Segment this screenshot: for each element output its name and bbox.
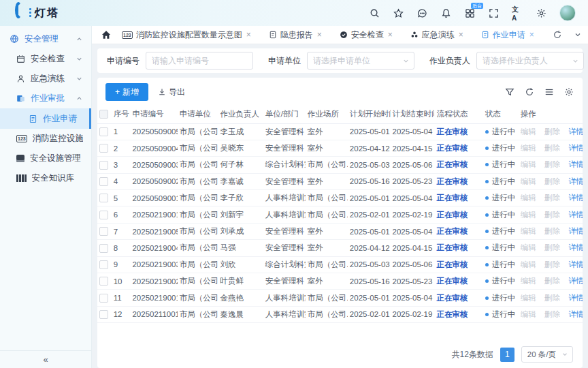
detail-link[interactable]: 详情 [568, 211, 583, 219]
request-id-input[interactable] [146, 52, 253, 70]
edit-link[interactable]: 编辑 [521, 260, 536, 269]
tab-safety-check[interactable]: 安全检查 × [340, 29, 393, 41]
table-row[interactable]: 12 20250211001 市局（公司... 秦逸晨 人事科培训室 市局（公司… [97, 306, 583, 322]
home-icon[interactable] [101, 30, 111, 40]
row-checkbox[interactable] [99, 227, 108, 236]
sidebar-item-fire-monitor-config[interactable]: 123 消防监控设施配置... [0, 129, 91, 149]
table-row[interactable]: 2 20250509004 市局（公司... 吴晓东 安全管理科 室外 2025… [97, 140, 583, 156]
row-checkbox[interactable] [99, 161, 108, 170]
edit-link[interactable]: 编辑 [521, 294, 536, 302]
close-icon[interactable]: × [459, 30, 463, 40]
table-row[interactable]: 8 20250219004 市局（公司... 马强 安全管理科 室外 2025-… [97, 240, 583, 256]
row-checkbox[interactable] [99, 310, 108, 319]
table-row[interactable]: 11 20250219001 市局（公司... 金燕艳 人事科培训室 市局（公司… [97, 290, 583, 306]
refresh-icon[interactable] [524, 87, 535, 97]
close-icon[interactable]: × [246, 30, 251, 40]
edit-link[interactable]: 编辑 [521, 144, 536, 152]
table-row[interactable]: 3 20250509003 市局（公司... 何子林 综合计划科室 市局（公司.… [97, 157, 583, 173]
table-row[interactable]: 10 20250219002 市局（公司... 叶贵鲜 安全管理科 室外 202… [97, 273, 583, 290]
delete-link[interactable]: 删除 [544, 160, 560, 168]
table-row[interactable]: 9 20250219003 市局（公司... 刘欣 综合计划科室 市局（公司..… [97, 256, 583, 273]
sidebar-collapse-button[interactable]: « [0, 350, 91, 368]
export-button[interactable]: 导出 [158, 87, 185, 98]
detail-link[interactable]: 详情 [568, 177, 583, 185]
request-unit-select[interactable]: 请选择申请单位 [307, 52, 414, 70]
message-icon[interactable] [416, 7, 427, 18]
edit-link[interactable]: 编辑 [521, 160, 536, 168]
row-checkbox[interactable] [99, 277, 108, 286]
translate-icon[interactable]: 文A [512, 7, 523, 18]
detail-link[interactable]: 详情 [568, 227, 583, 235]
table-row[interactable]: 4 20250509002 市局（公司... 李嘉诚 安全管理科 室外 2025… [97, 173, 583, 189]
row-checkbox[interactable] [99, 127, 108, 136]
close-icon[interactable]: × [529, 30, 534, 40]
row-checkbox[interactable] [99, 211, 108, 219]
edit-link[interactable]: 编辑 [521, 177, 536, 185]
delete-link[interactable]: 删除 [544, 177, 560, 185]
sidebar-item-safety-check[interactable]: 安全检查 [0, 49, 91, 69]
delete-link[interactable]: 删除 [544, 260, 560, 269]
detail-link[interactable]: 详情 [568, 160, 583, 168]
sidebar-item-knowledge-base[interactable]: 安全知识库 [0, 168, 91, 188]
add-button[interactable]: +新增 [105, 83, 148, 101]
tab-emergency-drill[interactable]: 应急演练 × [410, 29, 463, 41]
fullscreen-icon[interactable] [488, 7, 499, 18]
tab-work-request[interactable]: 作业申请 × [481, 29, 534, 41]
edit-link[interactable]: 编辑 [521, 211, 536, 219]
apps-icon[interactable]: 后台 [464, 7, 475, 18]
delete-link[interactable]: 删除 [544, 194, 560, 202]
detail-link[interactable]: 详情 [568, 310, 583, 318]
delete-link[interactable]: 删除 [544, 310, 560, 318]
star-icon[interactable] [393, 7, 404, 18]
filter-icon[interactable] [504, 87, 515, 97]
row-checkbox[interactable] [99, 244, 108, 253]
detail-link[interactable]: 详情 [568, 277, 583, 285]
row-checkbox[interactable] [99, 194, 108, 202]
delete-link[interactable]: 删除 [544, 227, 560, 235]
detail-link[interactable]: 详情 [568, 294, 583, 302]
work-owner-select[interactable]: 请选择作业负责人 [476, 52, 584, 70]
detail-link[interactable]: 详情 [568, 127, 583, 136]
detail-link[interactable]: 详情 [568, 144, 583, 152]
detail-link[interactable]: 详情 [568, 194, 583, 202]
edit-link[interactable]: 编辑 [521, 127, 536, 136]
row-checkbox[interactable] [99, 144, 108, 153]
user-avatar[interactable] [559, 5, 576, 21]
gear-icon[interactable] [536, 7, 546, 18]
sidebar-item-work-approval[interactable]: 作业审批 [0, 89, 91, 108]
row-checkbox[interactable] [99, 260, 108, 269]
sidebar-item-emergency-drill[interactable]: 应急演练 [0, 69, 91, 89]
edit-link[interactable]: 编辑 [521, 277, 536, 285]
row-checkbox[interactable] [99, 177, 108, 186]
column-settings-icon[interactable] [564, 87, 574, 97]
page-size-select[interactable]: 20 条/页 [521, 346, 573, 363]
sidebar-group-safety-management[interactable]: 安全管理 [0, 29, 91, 49]
delete-link[interactable]: 删除 [544, 127, 560, 136]
tab-hazard-report[interactable]: 隐患报告 × [269, 29, 322, 41]
table-row[interactable]: 5 20250509001 市局（公司... 李子欣 人事科培训室 市局（公司.… [97, 190, 583, 206]
search-icon[interactable] [369, 7, 380, 18]
sidebar-item-work-request[interactable]: 作业申请 [0, 108, 91, 129]
edit-link[interactable]: 编辑 [521, 310, 536, 318]
delete-link[interactable]: 删除 [544, 211, 560, 219]
row-checkbox[interactable] [99, 294, 108, 303]
tab-fire-monitor-chart[interactable]: 123 消防监控设施配置数量示意图 × [122, 29, 251, 41]
delete-link[interactable]: 删除 [544, 277, 560, 285]
bell-icon[interactable] [440, 7, 451, 18]
sidebar-item-safety-facility[interactable]: 安全设施管理 [0, 149, 91, 168]
close-icon[interactable]: × [317, 30, 322, 40]
chevron-down-icon[interactable] [572, 29, 583, 40]
detail-link[interactable]: 详情 [568, 243, 583, 251]
delete-link[interactable]: 删除 [544, 294, 560, 302]
delete-link[interactable]: 删除 [544, 243, 560, 251]
delete-link[interactable]: 删除 [544, 144, 560, 152]
density-icon[interactable] [544, 87, 555, 97]
refresh-icon[interactable] [552, 29, 563, 40]
table-row[interactable]: 6 20250219001 市局（公司... 刘新宇 人事科培训室 市局（公司.… [97, 206, 583, 223]
edit-link[interactable]: 编辑 [521, 243, 536, 251]
table-row[interactable]: 1 20250509005 市局（公司... 李玉成 安全管理科 室外 2025… [97, 123, 583, 140]
edit-link[interactable]: 编辑 [521, 227, 536, 235]
detail-link[interactable]: 详情 [568, 260, 583, 269]
page-button-1[interactable]: 1 [500, 348, 514, 362]
select-all-checkbox[interactable] [99, 110, 108, 119]
